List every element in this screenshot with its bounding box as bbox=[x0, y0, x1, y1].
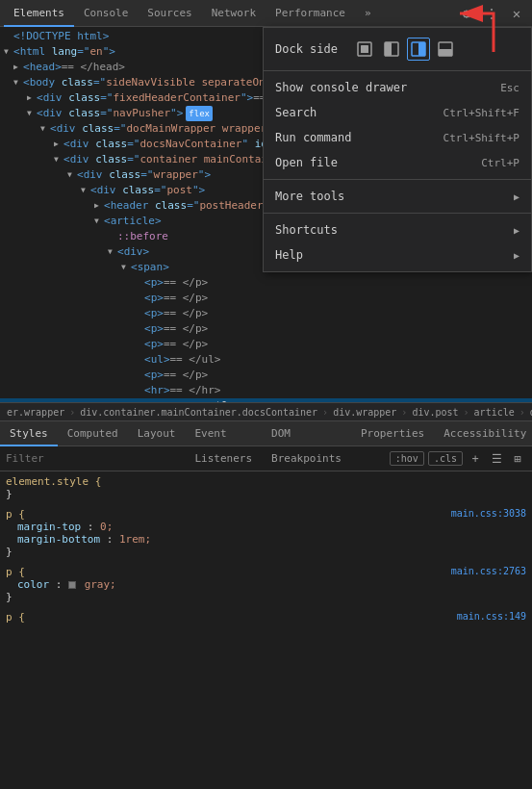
svg-rect-7 bbox=[439, 49, 452, 56]
dropdown-menu: Dock side bbox=[263, 27, 532, 272]
dock-undock-button[interactable] bbox=[353, 38, 376, 61]
menu-tools-section: More tools ▶ bbox=[264, 180, 531, 214]
more-tools-item[interactable]: More tools ▶ bbox=[264, 184, 531, 209]
more-tools-label: More tools bbox=[275, 190, 510, 203]
shortcuts-arrow: ▶ bbox=[514, 225, 519, 236]
dock-side-label: Dock side bbox=[275, 42, 338, 56]
svg-rect-1 bbox=[361, 45, 368, 53]
dock-left-button[interactable] bbox=[380, 38, 403, 61]
dropdown-overlay[interactable]: Dock side bbox=[0, 0, 532, 789]
help-label: Help bbox=[275, 248, 510, 262]
show-console-shortcut: Esc bbox=[500, 82, 519, 94]
run-command-shortcut: Ctrl+Shift+P bbox=[443, 132, 519, 144]
help-item[interactable]: Help ▶ bbox=[264, 242, 531, 267]
more-tools-arrow: ▶ bbox=[514, 191, 519, 202]
search-shortcut: Ctrl+Shift+F bbox=[443, 107, 519, 119]
open-file-shortcut: Ctrl+P bbox=[481, 157, 519, 169]
search-item[interactable]: Search Ctrl+Shift+F bbox=[264, 100, 531, 125]
dock-row: Dock side bbox=[264, 32, 531, 66]
dock-section: Dock side bbox=[264, 28, 531, 71]
shortcuts-label: Shortcuts bbox=[275, 223, 510, 237]
show-console-item[interactable]: Show console drawer Esc bbox=[264, 75, 531, 100]
svg-rect-5 bbox=[418, 42, 425, 56]
dock-icons bbox=[353, 38, 457, 61]
dock-bottom-button[interactable] bbox=[434, 38, 457, 61]
run-command-item[interactable]: Run command Ctrl+Shift+P bbox=[264, 125, 531, 150]
open-file-item[interactable]: Open file Ctrl+P bbox=[264, 150, 531, 175]
shortcuts-item[interactable]: Shortcuts ▶ bbox=[264, 217, 531, 242]
menu-main-section: Show console drawer Esc Search Ctrl+Shif… bbox=[264, 71, 531, 180]
dock-right-button[interactable] bbox=[407, 38, 430, 61]
run-command-label: Run command bbox=[275, 131, 443, 144]
menu-shortcuts-section: Shortcuts ▶ Help ▶ bbox=[264, 214, 531, 271]
help-arrow: ▶ bbox=[514, 250, 519, 261]
open-file-label: Open file bbox=[275, 156, 481, 169]
svg-rect-3 bbox=[385, 42, 392, 56]
devtools-window: Elements Console Sources Network Perform… bbox=[0, 0, 532, 789]
show-console-label: Show console drawer bbox=[275, 81, 500, 94]
search-label: Search bbox=[275, 106, 443, 119]
